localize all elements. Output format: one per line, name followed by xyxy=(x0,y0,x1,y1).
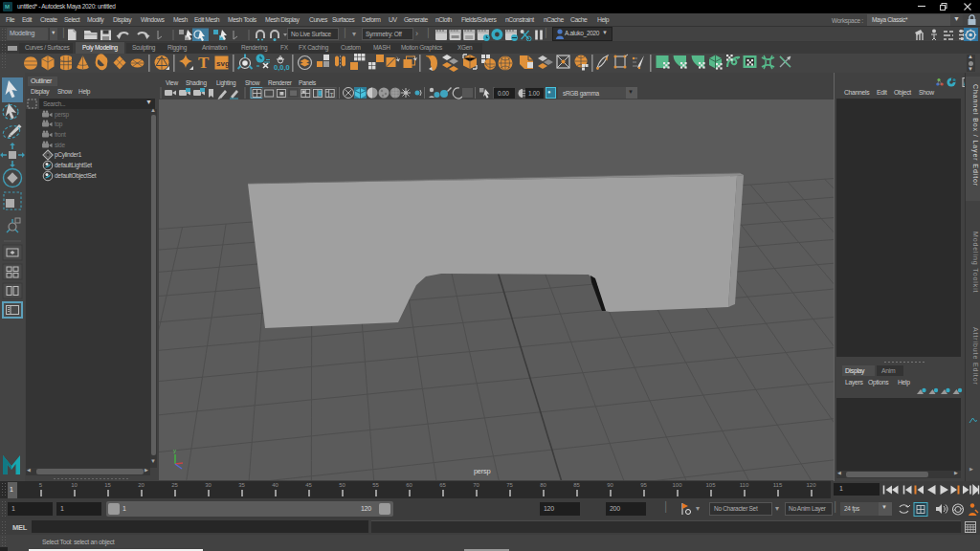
svg-text:y: y xyxy=(173,448,176,453)
svg-text:0,0,0: 0,0,0 xyxy=(274,63,290,72)
svg-text:svg: svg xyxy=(216,59,230,68)
svg-text:T: T xyxy=(198,54,210,72)
svg-text:T: T xyxy=(330,92,334,98)
